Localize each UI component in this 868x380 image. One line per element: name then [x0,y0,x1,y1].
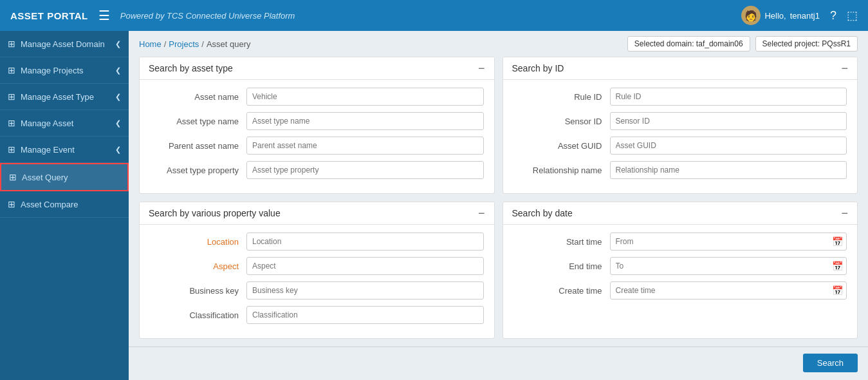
chevron-icon: ❮ [115,66,121,75]
label-location: Location [150,237,246,247]
form-row-relationship-name: Relationship name [513,161,847,179]
panel-search-by-date: Search by date − Start time 📅 End time [503,202,858,339]
grid-icon: ⊞ [8,199,15,209]
avatar: 🧑 [741,6,761,25]
panel-title-date: Search by date [512,208,573,218]
logout-icon[interactable]: ⬚ [847,8,858,23]
form-row-asset-name: Asset name [150,88,484,106]
hamburger-icon[interactable]: ☰ [98,8,110,23]
sidebar-item-manage-asset-type[interactable]: ⊞ Manage Asset Type ❮ [0,84,129,110]
sidebar-item-manage-event[interactable]: ⊞ Manage Event ❮ [0,137,129,163]
header: ASSET PORTAL ☰ Powered by TCS Connected … [0,0,868,31]
breadcrumb-sep2: / [201,39,204,49]
sidebar-item-asset-query[interactable]: ⊞ Asset Query [0,163,129,191]
form-row-asset-type-property: Asset type property [150,161,484,179]
panel-header-id: Search by ID − [503,57,858,80]
form-row-asset-guid: Asset GUID [513,137,847,155]
hello-text: Hello, [764,11,786,21]
chevron-icon: ❮ [115,146,121,154]
label-asset-guid: Asset GUID [513,141,610,151]
chevron-icon: ❮ [115,119,121,128]
panel-search-by-id: Search by ID − Rule ID Sensor ID Asset G… [503,57,858,194]
panel-search-by-property: Search by various property value − Locat… [139,202,495,339]
calendar-icon-start[interactable]: 📅 [832,236,843,247]
breadcrumb-current: Asset query [207,39,251,49]
sidebar-label-manage-asset-type: Manage Asset Type [21,92,94,102]
form-row-business-key: Business key [150,281,484,299]
panel-body-property: Location Aspect Business key Classificat… [140,225,494,338]
input-end-time[interactable] [610,257,847,275]
input-asset-type-property[interactable] [246,161,484,179]
domain-project-badges: Selected domain: taf_domain06 Selected p… [627,36,858,52]
calendar-icon-end[interactable]: 📅 [832,261,843,271]
end-time-wrapper: 📅 [610,257,847,275]
app-title: ASSET PORTAL [10,10,88,21]
sidebar-label-manage-projects: Manage Projects [21,66,84,75]
input-business-key[interactable] [246,281,484,299]
breadcrumb-bar: Home / Projects / Asset query Selected d… [129,31,868,57]
input-sensor-id[interactable] [610,112,847,130]
breadcrumb-home[interactable]: Home [139,39,162,49]
panel-title-property: Search by various property value [149,208,281,218]
input-asset-type-name[interactable] [246,112,484,130]
label-asset-type-name: Asset type name [150,117,246,126]
input-classification[interactable] [246,306,484,324]
input-relationship-name[interactable] [610,161,847,179]
form-row-rule-id: Rule ID [513,88,847,106]
panel-header-date: Search by date − [503,202,858,225]
sidebar-item-manage-asset-domain[interactable]: ⊞ Manage Asset Domain ❮ [0,31,129,57]
input-asset-name[interactable] [246,88,484,106]
input-parent-asset-name[interactable] [246,137,484,155]
help-icon[interactable]: ? [830,9,836,23]
label-sensor-id: Sensor ID [513,117,610,126]
collapse-icon-property[interactable]: − [478,207,485,219]
label-business-key: Business key [150,286,246,296]
main-content: Home / Projects / Asset query Selected d… [129,31,868,380]
breadcrumb: Home / Projects / Asset query [139,39,251,49]
input-location[interactable] [246,233,484,251]
label-parent-asset-name: Parent asset name [150,141,246,151]
collapse-icon-asset-type[interactable]: − [478,62,485,74]
sidebar-item-manage-asset[interactable]: ⊞ Manage Asset ❮ [0,110,129,137]
panels-grid: Search by asset type − Asset name Asset … [129,57,868,347]
input-aspect[interactable] [246,257,484,275]
form-row-location: Location [150,233,484,251]
form-row-sensor-id: Sensor ID [513,112,847,130]
header-right: 🧑 Hello, tenantj1 ? ⬚ [741,6,858,25]
grid-icon: ⊞ [8,65,15,75]
label-asset-type-property: Asset type property [150,166,246,175]
label-asset-name: Asset name [150,92,246,102]
input-start-time[interactable] [610,233,847,251]
label-rule-id: Rule ID [513,92,610,102]
header-subtitle: Powered by TCS Connected Universe Platfo… [120,11,295,21]
panel-header-property: Search by various property value − [140,202,494,225]
form-row-parent-asset-name: Parent asset name [150,137,484,155]
panel-title-id: Search by ID [512,63,564,73]
sidebar: ⊞ Manage Asset Domain ❮ ⊞ Manage Project… [0,31,129,380]
input-rule-id[interactable] [610,88,847,106]
footer-bar: Search [129,347,868,379]
search-button[interactable]: Search [803,354,858,372]
collapse-icon-date[interactable]: − [841,207,848,219]
sidebar-item-asset-compare[interactable]: ⊞ Asset Compare [0,191,129,218]
sidebar-item-manage-projects[interactable]: ⊞ Manage Projects ❮ [0,57,129,84]
breadcrumb-sep1: / [164,39,167,49]
panel-header-asset-type: Search by asset type − [140,57,494,80]
domain-badge: Selected domain: taf_domain06 [627,36,750,52]
grid-icon: ⊞ [8,91,15,102]
breadcrumb-projects[interactable]: Projects [169,39,199,49]
collapse-icon-id[interactable]: − [841,62,848,74]
form-row-asset-type-name: Asset type name [150,112,484,130]
panel-body-id: Rule ID Sensor ID Asset GUID Relationshi… [503,80,858,193]
username: tenantj1 [790,11,820,21]
calendar-icon-create[interactable]: 📅 [832,285,843,296]
create-time-wrapper: 📅 [610,281,847,299]
input-asset-guid[interactable] [610,137,847,155]
label-classification: Classification [150,310,246,320]
label-relationship-name: Relationship name [513,166,610,175]
grid-icon: ⊞ [8,39,15,49]
label-end-time: End time [513,261,610,271]
input-create-time[interactable] [610,281,847,299]
grid-icon: ⊞ [9,172,17,182]
form-row-create-time: Create time 📅 [513,281,847,299]
